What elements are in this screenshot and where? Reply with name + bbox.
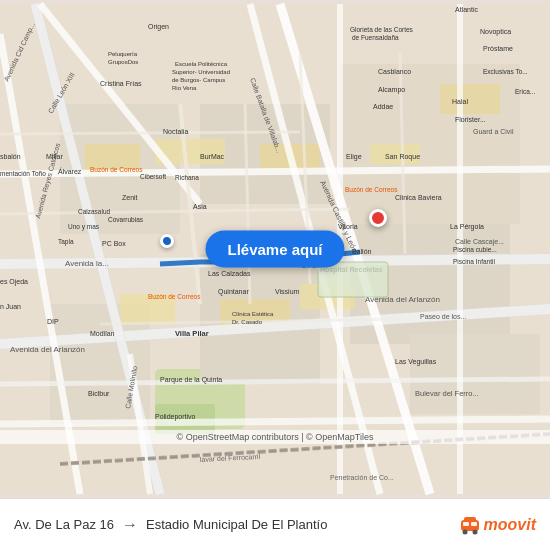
svg-text:Richana: Richana (175, 174, 199, 181)
svg-text:Modilan: Modilan (90, 330, 115, 337)
svg-text:mentación Toño: mentación Toño (0, 170, 46, 177)
svg-text:Paseo de los...: Paseo de los... (420, 313, 466, 320)
svg-text:Buzón de Correos: Buzón de Correos (148, 293, 201, 300)
svg-text:Quintanar: Quintanar (218, 288, 249, 296)
svg-text:Polideportivo: Polideportivo (155, 413, 196, 421)
svg-text:Tapla: Tapla (58, 238, 74, 246)
svg-text:Calzasalud: Calzasalud (78, 208, 111, 215)
svg-line-40 (0, 132, 300, 134)
svg-text:Elige: Elige (346, 153, 362, 161)
svg-text:San Roque: San Roque (385, 153, 420, 161)
svg-text:de Fuensaldaña: de Fuensaldaña (352, 34, 399, 41)
svg-text:n Juan: n Juan (0, 303, 21, 310)
svg-text:Piscina Infantil: Piscina Infantil (453, 258, 495, 265)
svg-text:Bulevar del Ferro...: Bulevar del Ferro... (415, 389, 479, 398)
svg-text:Covarrubias: Covarrubias (108, 216, 144, 223)
svg-text:Erica...: Erica... (515, 88, 535, 95)
svg-text:Buzón de Correos: Buzón de Correos (90, 166, 143, 173)
svg-text:Escuela Politécnica: Escuela Politécnica (175, 61, 228, 67)
svg-rect-125 (463, 522, 469, 526)
svg-text:Las Calzadas: Las Calzadas (208, 270, 251, 277)
svg-text:de Burgos- Campus: de Burgos- Campus (172, 77, 225, 83)
svg-text:Addae: Addae (373, 103, 393, 110)
svg-text:Biclbur: Biclbur (88, 390, 110, 397)
svg-text:Clínica Estética: Clínica Estética (232, 311, 274, 317)
map-attribution: © OpenStreetMap contributors | © OpenMap… (0, 430, 550, 444)
destination-pin (369, 209, 387, 227)
app: Avenida Cid Camp... Calle León XIII Aven… (0, 0, 550, 550)
svg-text:Álvarez: Álvarez (58, 167, 82, 175)
svg-text:Clinica Baviera: Clinica Baviera (395, 194, 442, 201)
svg-text:Origen: Origen (148, 23, 169, 31)
svg-text:es Ojeda: es Ojeda (0, 278, 28, 286)
svg-text:Alcampo: Alcampo (378, 86, 405, 94)
svg-text:La Pérgola: La Pérgola (450, 223, 484, 231)
svg-text:Superior- Universidad: Superior- Universidad (172, 69, 230, 75)
svg-point-123 (462, 529, 467, 534)
origin-label: Av. De La Paz 16 (14, 517, 114, 532)
svg-text:Rio Vena: Rio Vena (172, 85, 197, 91)
svg-text:DIP: DIP (47, 318, 59, 325)
svg-text:GruposDos: GruposDos (108, 59, 138, 65)
destination-label: Estadio Municipal De El Plantío (146, 517, 327, 532)
moovit-logo: moovit (459, 514, 536, 536)
svg-text:Guard a Civil: Guard a Civil (473, 128, 514, 135)
svg-rect-126 (471, 522, 477, 526)
svg-line-28 (0, 169, 550, 174)
svg-text:Penetración de Co...: Penetración de Co... (330, 474, 394, 481)
svg-text:Parque de la Quinta: Parque de la Quinta (160, 376, 222, 384)
svg-text:Avenida del Arlanzón: Avenida del Arlanzón (10, 345, 85, 354)
svg-text:Noctalia: Noctalia (163, 128, 188, 135)
moovit-logo-icon (459, 514, 481, 536)
svg-text:BurMac: BurMac (200, 153, 225, 160)
svg-text:Glorieta de las Cortes: Glorieta de las Cortes (350, 26, 414, 33)
svg-text:Dr. Casado: Dr. Casado (232, 319, 263, 325)
svg-text:Ballón: Ballón (352, 248, 372, 255)
svg-text:Cristina Frías: Cristina Frías (100, 80, 142, 87)
svg-text:Cibersoft: Cibersoft (140, 173, 166, 180)
svg-text:Buzón de Correos: Buzón de Correos (345, 186, 398, 193)
svg-text:Zenit: Zenit (122, 194, 138, 201)
svg-text:Novoptica: Novoptica (480, 28, 511, 36)
svg-text:Las Veguillas: Las Veguillas (395, 358, 437, 366)
svg-text:Piscina cubie...: Piscina cubie... (453, 246, 497, 253)
svg-text:Asia: Asia (193, 203, 207, 210)
origin-marker (160, 234, 174, 248)
svg-text:Próstame: Próstame (483, 45, 513, 52)
svg-text:PC Box: PC Box (102, 240, 126, 247)
svg-line-29 (0, 419, 550, 424)
svg-text:Millar: Millar (46, 153, 63, 160)
svg-text:Calle Cascaje...: Calle Cascaje... (455, 238, 504, 246)
svg-text:Avenida la...: Avenida la... (65, 259, 109, 268)
route-arrow-icon: → (122, 516, 138, 534)
svg-text:Uno y mas: Uno y mas (68, 223, 100, 231)
svg-text:Peluquería: Peluquería (108, 51, 138, 57)
moovit-brand-text: moovit (484, 516, 536, 534)
svg-rect-14 (440, 84, 500, 114)
llevame-aqui-button[interactable]: Llévame aquí (205, 231, 344, 268)
svg-text:sbalón: sbalón (0, 153, 21, 160)
svg-rect-9 (410, 334, 540, 414)
svg-point-124 (472, 529, 477, 534)
route-info-bar: Av. De La Paz 16 → Estadio Municipal De … (0, 498, 550, 550)
svg-text:Vissium: Vissium (275, 288, 300, 295)
map-container: Avenida Cid Camp... Calle León XIII Aven… (0, 0, 550, 498)
svg-text:Florister...: Florister... (455, 116, 486, 123)
svg-text:Vitoria: Vitoria (338, 223, 358, 230)
svg-text:Halal: Halal (452, 98, 468, 105)
svg-text:Casblanco: Casblanco (378, 68, 411, 75)
svg-text:Villa Pilar: Villa Pilar (175, 329, 209, 338)
svg-text:Exclusivas To...: Exclusivas To... (483, 68, 528, 75)
svg-text:Atlantic: Atlantic (455, 6, 478, 13)
